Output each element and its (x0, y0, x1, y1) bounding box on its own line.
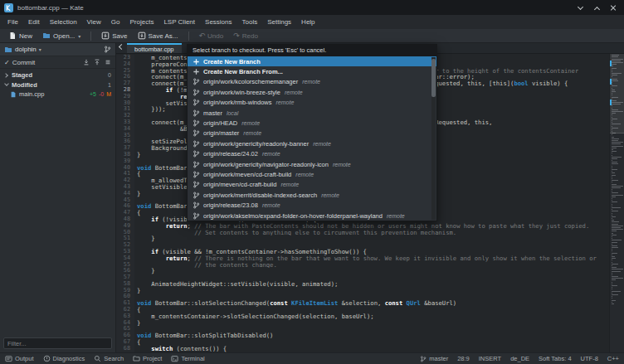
code-line[interactable]: 68 switch (contents()) { (116, 346, 609, 352)
code-line[interactable]: 56 } (116, 268, 609, 274)
code-line[interactable]: 55 // the contents change. (116, 262, 609, 269)
popup-branch-origin-work-genericity-readonly-banner[interactable]: origin/work/genericity/readonly-bannerre… (188, 138, 436, 148)
popup-branch-origin-master[interactable]: origin/masterremote (188, 129, 436, 138)
minimap-line (612, 260, 612, 260)
popup-branch-origin-work-akselmo-expand-folder-on-hover-folderpanel-wayland[interactable]: origin/work/akselmo/expand-folder-on-hov… (188, 211, 436, 221)
code-line[interactable]: 58 AnimatedHeightWidget::setVisible(visi… (116, 281, 609, 288)
minimap-modified-mark (610, 61, 612, 66)
statusbar-tool-output[interactable]: Output (5, 355, 34, 362)
popup-branch-origin-work-meven-cd-craft-build[interactable]: origin/work/meven/cd-craft-buildremote (188, 169, 436, 179)
undo-button[interactable]: ↶Undo (195, 31, 228, 41)
code-line[interactable]: 54 return; // There is nothing on the ba… (116, 255, 609, 262)
close-button[interactable] (610, 4, 617, 12)
chevron-right-icon (4, 73, 9, 78)
minimap-line (612, 143, 621, 144)
popup-branch-origin-work-merrit-disable-indexed-search[interactable]: origin/work/merrit/disable-indexed-searc… (188, 190, 436, 200)
code-line[interactable]: 52 (116, 242, 609, 249)
code-line[interactable]: 67{ (116, 339, 609, 346)
popup-branch-origin-release-23-08[interactable]: origin/release/23.08remote (188, 200, 436, 210)
menu-lsp-client[interactable]: LSP Client (158, 17, 200, 27)
code-line[interactable]: 62{ (116, 307, 609, 313)
code-line[interactable]: 64} (116, 320, 609, 327)
code-line[interactable]: 51 } (116, 235, 609, 242)
minimap-line (612, 195, 623, 196)
statusbar-insert[interactable]: INSERT (479, 355, 501, 362)
save-button[interactable]: Save (97, 31, 131, 41)
popup-scrollbar-thumb[interactable] (431, 59, 436, 97)
git-checkout-button[interactable] (104, 46, 111, 53)
git-pull-icon[interactable] (83, 59, 90, 66)
git-group-modified[interactable]: Modified1 (0, 80, 115, 90)
file-row-main-cpp[interactable]: main.cpp+5-0M (0, 90, 115, 99)
menu-go[interactable]: Go (106, 17, 125, 27)
popup-branch-origin-work-rmb-windows[interactable]: origin/work/rmb-windowsremote (188, 98, 436, 108)
menu-view[interactable]: View (82, 17, 106, 27)
statusbar-c++[interactable]: C++ (607, 355, 619, 362)
terminal-icon (171, 355, 178, 362)
project-selector-row: dolphin ▾ (0, 43, 115, 56)
code-line[interactable]: 50 // Set contents to anything else to c… (116, 230, 609, 236)
popup-branch-origin-release-24-02[interactable]: origin/release/24.02remote (188, 149, 436, 159)
statusbar-soft-tabs-4[interactable]: Soft Tabs: 4 (539, 355, 571, 362)
commit-button[interactable]: Commit (12, 59, 36, 66)
statusbar-de-de[interactable]: de_DE (510, 355, 529, 362)
popup-action-create-new-branch-from[interactable]: Create New Branch From... (188, 66, 436, 76)
menu-file[interactable]: File (2, 17, 23, 27)
statusbar-tool-terminal[interactable]: Terminal (171, 355, 204, 362)
code-line[interactable]: 60 (116, 294, 609, 300)
git-push-icon[interactable] (94, 59, 100, 66)
menu-sessions[interactable]: Sessions (200, 17, 236, 27)
filter-input[interactable] (3, 337, 112, 349)
code-line[interactable]: 63 m_contentsContainer->slotSelectionCha… (116, 313, 609, 320)
popup-header: Select branch to checkout. Press 'Esc' t… (188, 45, 436, 56)
tab-label: bottombar.cpp (134, 46, 174, 53)
tab-list-button[interactable] (116, 43, 127, 53)
code-line[interactable]: 61void BottomBar::slotSelectionChanged(c… (116, 300, 609, 307)
save-as-button[interactable]: Save As... (134, 31, 183, 41)
menu-projects[interactable]: Projects (124, 17, 158, 27)
code-line[interactable]: 57 (116, 274, 609, 281)
menu-tools[interactable]: Tools (237, 17, 263, 27)
git-group-staged[interactable]: Staged0 (0, 70, 115, 80)
menu-selection[interactable]: Selection (45, 17, 82, 27)
minimize-button[interactable] (577, 4, 584, 12)
code-line[interactable]: 65 (116, 326, 609, 332)
minimap-viewport[interactable] (610, 54, 624, 133)
statusbar-tool-project[interactable]: Project (133, 355, 162, 362)
project-panel: dolphin ▾ ✓ Commit Staged0Modified1main.… (0, 43, 116, 352)
code-line[interactable]: 53 if (visible && !m_contentsContainer->… (116, 249, 609, 255)
code-line[interactable]: 49 return; // The bar with PasteContents… (116, 223, 609, 230)
statusbar-tool-search[interactable]: Search (94, 355, 124, 362)
code-line[interactable]: 66void BottomBar::slotSplitTabDisabled() (116, 332, 609, 339)
redo-button[interactable]: ↷Redo (229, 31, 262, 41)
branch-icon (193, 161, 201, 168)
menu-help[interactable]: Help (296, 17, 319, 27)
popup-branch-origin-meven-cd-craft-build[interactable]: origin/meven/cd-craft-buildremote (188, 180, 436, 190)
statusbar-28-9[interactable]: 28:9 (457, 355, 470, 362)
popup-branch-master[interactable]: masterlocal (188, 108, 436, 118)
statusbar-utf-8[interactable]: UTF-8 (581, 355, 598, 362)
menu-settings[interactable]: Settings (262, 17, 296, 27)
minimap-line (612, 172, 615, 173)
menu-edit[interactable]: Edit (23, 17, 45, 27)
open-button[interactable]: Open...▾ (38, 31, 85, 41)
popup-action-create-new-branch[interactable]: Create New Branch (188, 56, 436, 66)
minimap-line (612, 184, 617, 185)
maximize-button[interactable] (593, 4, 601, 12)
new-button[interactable]: New (4, 31, 37, 41)
code-line[interactable]: 59} (116, 288, 609, 294)
popup-branch-origin-work-kcolorschememanager[interactable]: origin/work/kcolorschememanagerremote (188, 77, 436, 87)
minimap-line (612, 211, 618, 211)
statusbar-master[interactable]: master (420, 355, 448, 362)
minimap-line (612, 250, 612, 251)
popup-branch-origin-head[interactable]: origin/HEADremote (188, 118, 436, 128)
popup-branch-origin-work-win-breeze-style[interactable]: origin/work/win-breeze-styleremote (188, 87, 436, 97)
chevron-left-icon (118, 44, 122, 48)
minimap-scrollbar[interactable] (609, 54, 624, 352)
statusbar-tool-diagnostics[interactable]: Diagnostics (43, 355, 85, 362)
popup-branch-origin-work-genericity-navigator-readonly-icon[interactable]: origin/work/genericity/navigator-readonl… (188, 159, 436, 169)
tab-bottombar-cpp[interactable]: bottombar.cpp (127, 43, 182, 53)
popup-scrollbar[interactable] (431, 57, 436, 220)
project-selector[interactable]: dolphin (15, 46, 37, 53)
git-menu-icon[interactable] (105, 59, 111, 66)
